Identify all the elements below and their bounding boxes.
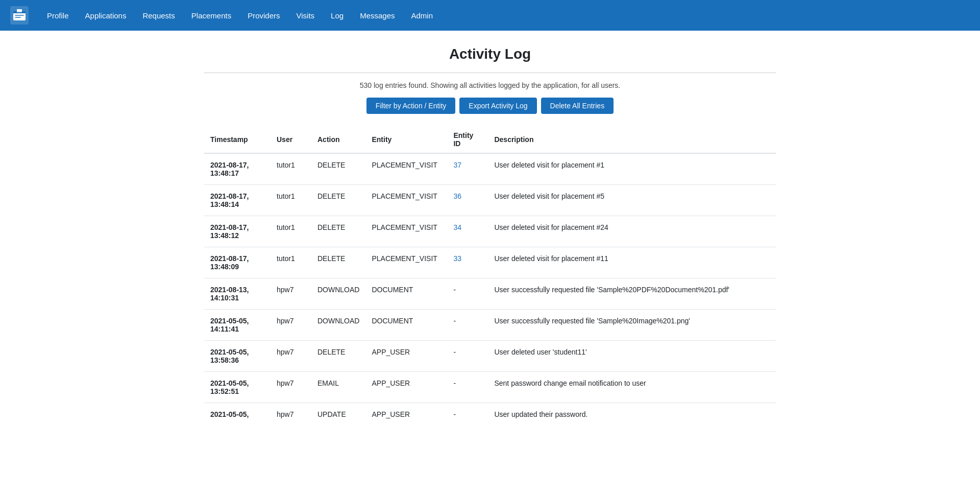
cell-user: tutor1 bbox=[271, 216, 311, 247]
action-buttons: Filter by Action / Entity Export Activit… bbox=[204, 98, 776, 114]
table-row: 2021-05-05, 13:52:51hpw7EMAILAPP_USER-Se… bbox=[204, 372, 776, 403]
cell-entity-id: - bbox=[447, 310, 488, 341]
nav-link-profile[interactable]: Profile bbox=[39, 7, 77, 24]
cell-timestamp: 2021-08-17, 13:48:14 bbox=[204, 185, 271, 216]
col-header-action: Action bbox=[311, 126, 365, 153]
entity-id-link[interactable]: 33 bbox=[453, 254, 461, 263]
cell-action: DELETE bbox=[311, 341, 365, 372]
navbar: ProfileApplicationsRequestsPlacementsPro… bbox=[0, 0, 980, 31]
log-table-body: 2021-08-17, 13:48:17tutor1DELETEPLACEMEN… bbox=[204, 153, 776, 426]
cell-description: Sent password change email notification … bbox=[488, 372, 776, 403]
cell-entity: DOCUMENT bbox=[365, 278, 447, 310]
col-header-description: Description bbox=[488, 126, 776, 153]
cell-timestamp: 2021-05-05, bbox=[204, 403, 271, 426]
table-row: 2021-08-13, 14:10:31hpw7DOWNLOADDOCUMENT… bbox=[204, 278, 776, 310]
cell-action: EMAIL bbox=[311, 372, 365, 403]
cell-action: DOWNLOAD bbox=[311, 310, 365, 341]
cell-entity-id[interactable]: 34 bbox=[447, 216, 488, 247]
col-header-entityid: EntityID bbox=[447, 126, 488, 153]
nav-link-requests[interactable]: Requests bbox=[134, 7, 183, 24]
table-header: Timestamp User Action Entity EntityID De… bbox=[204, 126, 776, 153]
nav-link-visits[interactable]: Visits bbox=[288, 7, 323, 24]
cell-entity: PLACEMENT_VISIT bbox=[365, 247, 447, 278]
nav-link-log[interactable]: Log bbox=[323, 7, 352, 24]
log-table: Timestamp User Action Entity EntityID De… bbox=[204, 126, 776, 426]
cell-timestamp: 2021-05-05, 13:58:36 bbox=[204, 341, 271, 372]
cell-action: DELETE bbox=[311, 185, 365, 216]
cell-user: hpw7 bbox=[271, 403, 311, 426]
nav-link-admin[interactable]: Admin bbox=[403, 7, 442, 24]
delete-button[interactable]: Delete All Entries bbox=[541, 98, 614, 114]
table-row: 2021-08-17, 13:48:17tutor1DELETEPLACEMEN… bbox=[204, 153, 776, 185]
entity-id-link[interactable]: 34 bbox=[453, 223, 461, 231]
table-row: 2021-05-05, 13:58:36hpw7DELETEAPP_USER-U… bbox=[204, 341, 776, 372]
export-button[interactable]: Export Activity Log bbox=[459, 98, 536, 114]
cell-entity: APP_USER bbox=[365, 341, 447, 372]
cell-user: hpw7 bbox=[271, 341, 311, 372]
page-title: Activity Log bbox=[204, 46, 776, 62]
cell-description: User successfully requested file 'Sample… bbox=[488, 310, 776, 341]
nav-links: ProfileApplicationsRequestsPlacementsPro… bbox=[39, 7, 441, 24]
cell-entity: APP_USER bbox=[365, 403, 447, 426]
col-header-timestamp: Timestamp bbox=[204, 126, 271, 153]
nav-link-placements[interactable]: Placements bbox=[183, 7, 239, 24]
cell-description: User deleted user 'student11' bbox=[488, 341, 776, 372]
cell-description: User deleted visit for placement #11 bbox=[488, 247, 776, 278]
cell-action: DOWNLOAD bbox=[311, 278, 365, 310]
cell-action: DELETE bbox=[311, 153, 365, 185]
cell-description: User deleted visit for placement #5 bbox=[488, 185, 776, 216]
cell-entity-id: - bbox=[447, 341, 488, 372]
main-content: Activity Log 530 log entries found. Show… bbox=[184, 31, 796, 441]
col-header-entity: Entity bbox=[365, 126, 447, 153]
divider bbox=[204, 73, 776, 73]
cell-user: hpw7 bbox=[271, 310, 311, 341]
cell-entity-id[interactable]: 36 bbox=[447, 185, 488, 216]
nav-link-messages[interactable]: Messages bbox=[352, 7, 403, 24]
table-row: 2021-05-05, 14:11:41hpw7DOWNLOADDOCUMENT… bbox=[204, 310, 776, 341]
table-row: 2021-05-05,hpw7UPDATEAPP_USER-User updat… bbox=[204, 403, 776, 426]
cell-user: hpw7 bbox=[271, 278, 311, 310]
cell-entity: PLACEMENT_VISIT bbox=[365, 185, 447, 216]
cell-timestamp: 2021-08-17, 13:48:12 bbox=[204, 216, 271, 247]
cell-entity-id[interactable]: 33 bbox=[447, 247, 488, 278]
cell-entity: PLACEMENT_VISIT bbox=[365, 153, 447, 185]
cell-user: tutor1 bbox=[271, 247, 311, 278]
table-row: 2021-08-17, 13:48:12tutor1DELETEPLACEMEN… bbox=[204, 216, 776, 247]
cell-entity-id: - bbox=[447, 278, 488, 310]
table-row: 2021-08-17, 13:48:14tutor1DELETEPLACEMEN… bbox=[204, 185, 776, 216]
cell-action: UPDATE bbox=[311, 403, 365, 426]
cell-description: User updated their password. bbox=[488, 403, 776, 426]
cell-description: User deleted visit for placement #1 bbox=[488, 153, 776, 185]
cell-entity-id: - bbox=[447, 403, 488, 426]
cell-entity: PLACEMENT_VISIT bbox=[365, 216, 447, 247]
cell-action: DELETE bbox=[311, 216, 365, 247]
cell-timestamp: 2021-08-13, 14:10:31 bbox=[204, 278, 271, 310]
summary-text: 530 log entries found. Showing all activ… bbox=[204, 81, 776, 89]
cell-timestamp: 2021-05-05, 14:11:41 bbox=[204, 310, 271, 341]
cell-user: tutor1 bbox=[271, 185, 311, 216]
cell-description: User successfully requested file 'Sample… bbox=[488, 278, 776, 310]
nav-link-providers[interactable]: Providers bbox=[239, 7, 288, 24]
filter-button[interactable]: Filter by Action / Entity bbox=[366, 98, 456, 114]
cell-entity-id[interactable]: 37 bbox=[447, 153, 488, 185]
logo-icon bbox=[10, 6, 29, 25]
cell-timestamp: 2021-08-17, 13:48:17 bbox=[204, 153, 271, 185]
cell-timestamp: 2021-08-17, 13:48:09 bbox=[204, 247, 271, 278]
svg-rect-4 bbox=[17, 9, 22, 12]
cell-user: tutor1 bbox=[271, 153, 311, 185]
table-row: 2021-08-17, 13:48:09tutor1DELETEPLACEMEN… bbox=[204, 247, 776, 278]
cell-timestamp: 2021-05-05, 13:52:51 bbox=[204, 372, 271, 403]
cell-entity: APP_USER bbox=[365, 372, 447, 403]
cell-entity-id: - bbox=[447, 372, 488, 403]
cell-action: DELETE bbox=[311, 247, 365, 278]
cell-entity: DOCUMENT bbox=[365, 310, 447, 341]
col-header-user: User bbox=[271, 126, 311, 153]
cell-description: User deleted visit for placement #24 bbox=[488, 216, 776, 247]
cell-user: hpw7 bbox=[271, 372, 311, 403]
entity-id-link[interactable]: 36 bbox=[453, 192, 461, 200]
nav-link-applications[interactable]: Applications bbox=[77, 7, 135, 24]
entity-id-link[interactable]: 37 bbox=[453, 161, 461, 169]
